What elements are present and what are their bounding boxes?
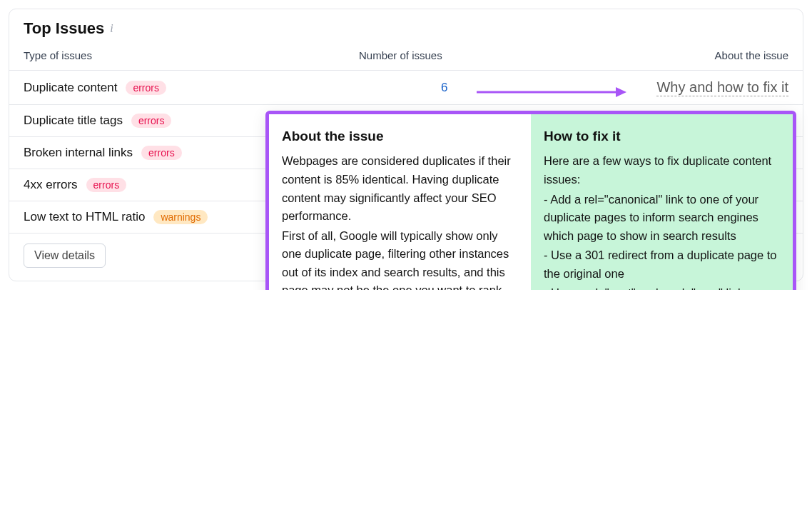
panel-header: Top Issues i [9, 9, 803, 45]
issue-count-link[interactable]: 6 [359, 81, 447, 94]
issue-name: Duplicate title tags [24, 114, 123, 128]
info-icon[interactable]: i [110, 23, 113, 34]
about-issue-section: About the issue Webpages are considered … [269, 114, 531, 290]
about-issue-text: First of all, Google will typically show… [282, 227, 518, 290]
top-issues-panel: Top Issues i Type of issues Number of is… [9, 9, 803, 281]
fix-bullet: - Add a rel="canonical" link to one of y… [544, 191, 780, 246]
col-header-number: Number of issues [359, 49, 530, 61]
issue-name: Broken internal links [24, 146, 133, 160]
panel-title: Top Issues [24, 19, 104, 38]
issue-help-popup: About the issue Webpages are considered … [265, 111, 796, 290]
severity-badge: errors [131, 114, 172, 128]
about-issue-heading: About the issue [282, 126, 518, 146]
fix-bullet: - Use a 301 redirect from a duplicate pa… [544, 246, 780, 283]
how-to-fix-heading: How to fix it [544, 126, 780, 146]
severity-badge: errors [86, 178, 127, 192]
column-headers: Type of issues Number of issues About th… [9, 45, 803, 71]
issue-name: 4xx errors [24, 178, 78, 192]
severity-badge: errors [141, 146, 182, 160]
about-issue-text: Webpages are considered duplicates if th… [282, 152, 518, 225]
severity-badge: errors [126, 81, 166, 95]
fix-bullet: - Use a rel="next" and a rel="prev" link… [544, 284, 780, 290]
how-to-fix-section: How to fix it Here are a few ways to fix… [531, 114, 793, 290]
view-details-button[interactable]: View details [24, 244, 106, 268]
about-issue-link[interactable]: Why and how to fix it [656, 79, 788, 96]
col-header-about: About the issue [530, 49, 788, 61]
issue-name: Low text to HTML ratio [24, 210, 145, 224]
severity-badge: warnings [153, 210, 208, 224]
col-header-type: Type of issues [24, 49, 359, 61]
issue-name: Duplicate content [24, 81, 117, 95]
fix-intro-text: Here are a few ways to fix duplicate con… [544, 152, 780, 189]
table-row[interactable]: Duplicate content errors 6 Why and how t… [9, 71, 803, 105]
